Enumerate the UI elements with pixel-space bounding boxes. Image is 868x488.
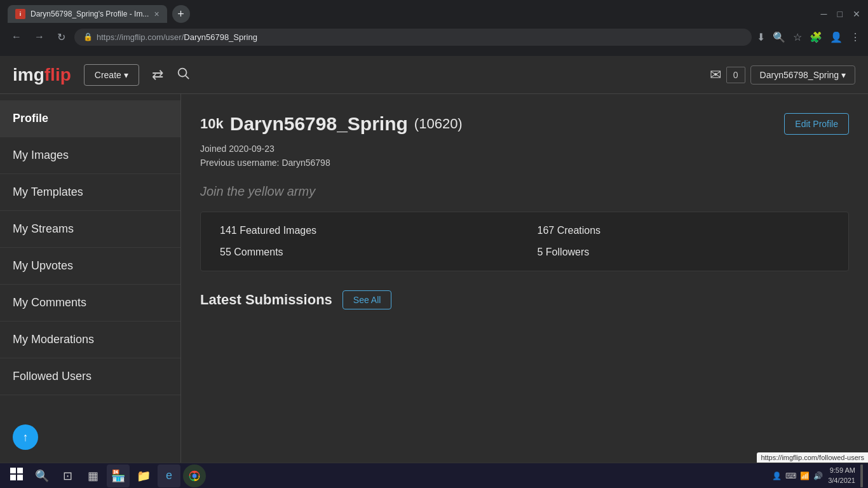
taskbar-icons: 🔍 ⊡ ▦ 🏪 📁 e [31, 464, 206, 487]
taskbar-clock: 9:59 AM 3/4/2021 [828, 466, 855, 485]
header-right: ✉ 0 Daryn56798_Spring ▾ [710, 65, 855, 85]
taskbar-network-icon[interactable]: 📶 [800, 471, 810, 480]
app-header: imgflip Create ▾ ⇄ ✉ 0 Daryn56798_Spring… [0, 56, 868, 94]
tab-close-btn[interactable]: × [154, 9, 159, 19]
profile-header: 10k Daryn56798_Spring (10620) Joined 202… [200, 113, 849, 172]
sidebar-item-my-upvotes[interactable]: My Upvotes [0, 248, 180, 285]
star-icon[interactable]: ☆ [793, 31, 802, 43]
taskbar-keyboard-icon[interactable]: ⌨ [785, 471, 796, 480]
url-prefix: https://imgflip.com/user/ [97, 32, 184, 42]
svg-rect-3 [17, 468, 23, 473]
shuffle-button[interactable]: ⇄ [152, 67, 163, 83]
taskbar-volume-icon[interactable]: 🔊 [813, 471, 823, 480]
back-button[interactable]: ← [8, 29, 25, 45]
tab-title: Daryn56798_Spring's Profile - Im... [31, 10, 149, 18]
taskbar-task-view-icon[interactable]: ⊡ [56, 464, 79, 487]
address-bar: ← → ↻ 🔒 https://imgflip.com/user/Daryn56… [0, 23, 868, 51]
sidebar-item-my-templates[interactable]: My Templates [0, 174, 180, 211]
extensions-icon[interactable]: 🧩 [810, 31, 822, 43]
taskbar-people-icon[interactable]: 👤 [772, 471, 782, 480]
window-controls: ─ □ ✕ [821, 9, 860, 19]
account-icon[interactable]: 👤 [830, 31, 843, 43]
profile-title: 10k Daryn56798_Spring (10620) [200, 113, 463, 135]
profile-bio: Join the yellow army [200, 184, 849, 199]
sidebar-item-followed-users[interactable]: Followed Users [0, 358, 180, 395]
svg-line-1 [186, 76, 189, 79]
taskbar-search-icon[interactable]: 🔍 [31, 464, 53, 487]
taskbar-right: 👤 ⌨ 📶 🔊 9:59 AM 3/4/2021 [772, 464, 863, 487]
close-button[interactable]: ✕ [853, 9, 860, 19]
taskbar-folder-icon[interactable]: 📁 [132, 464, 155, 487]
latest-submissions-title: Latest Submissions [200, 292, 332, 308]
url-bar[interactable]: 🔒 https://imgflip.com/user/Daryn56798_Sp… [74, 29, 752, 46]
url-path: Daryn56798_Spring [184, 32, 257, 42]
download-icon[interactable]: ⬇ [757, 31, 765, 43]
taskbar: 🔍 ⊡ ▦ 🏪 📁 e 👤 ⌨ 📶 🔊 9:59 AM 3/4/2021 [0, 463, 868, 488]
main-layout: Profile My Images My Templates My Stream… [0, 94, 868, 488]
notification-badge[interactable]: 0 [726, 67, 745, 83]
profile-score: (10620) [414, 116, 463, 132]
mail-icon[interactable]: ✉ [710, 67, 721, 83]
taskbar-widgets-icon[interactable]: ▦ [81, 464, 104, 487]
menu-icon[interactable]: ⋮ [850, 31, 860, 43]
profile-title-area: 10k Daryn56798_Spring (10620) Joined 202… [200, 113, 463, 172]
stat-creations: 167 Creations [538, 225, 830, 236]
logo: imgflip [13, 65, 71, 85]
zoom-icon[interactable]: 🔍 [773, 31, 785, 43]
sidebar-item-my-moderations[interactable]: My Moderations [0, 322, 180, 358]
taskbar-sys-icons: 👤 ⌨ 📶 🔊 [772, 471, 823, 480]
taskbar-store-icon[interactable]: 🏪 [107, 464, 130, 487]
svg-point-6 [193, 473, 197, 478]
taskbar-time-value: 9:59 AM [828, 466, 855, 475]
latest-submissions-header: Latest Submissions See All [200, 290, 849, 309]
logo-flip: flip [44, 65, 71, 85]
user-menu-button[interactable]: Daryn56798_Spring ▾ [750, 65, 855, 85]
profile-username: Daryn56798_Spring [230, 113, 408, 135]
minimize-button[interactable]: ─ [821, 9, 827, 19]
edit-profile-button[interactable]: Edit Profile [784, 113, 849, 135]
svg-rect-5 [17, 475, 23, 480]
svg-point-0 [178, 69, 186, 77]
status-bar: https://imgflip.com/followed-users [757, 452, 868, 463]
url-text: https://imgflip.com/user/Daryn56798_Spri… [97, 32, 257, 42]
taskbar-edge-icon[interactable]: e [158, 464, 180, 487]
forward-button[interactable]: → [31, 29, 48, 45]
browser-chrome: i Daryn56798_Spring's Profile - Im... × … [0, 0, 868, 56]
scroll-to-top-button[interactable]: ↑ [13, 424, 38, 450]
stats-box: 141 Featured Images 167 Creations 55 Com… [200, 212, 849, 271]
profile-rank: 10k [200, 116, 224, 132]
content-area: 10k Daryn56798_Spring (10620) Joined 202… [181, 94, 868, 488]
profile-previous-username: Previous username: Daryn56798 [200, 158, 463, 168]
sidebar-item-my-images[interactable]: My Images [0, 137, 180, 174]
start-button[interactable] [5, 465, 28, 486]
tab-favicon: i [15, 9, 25, 19]
new-tab-button[interactable]: + [172, 5, 190, 23]
stat-followers: 5 Followers [538, 247, 830, 258]
title-bar: i Daryn56798_Spring's Profile - Im... × … [0, 0, 868, 23]
taskbar-show-desktop[interactable] [860, 464, 863, 487]
sidebar-item-profile[interactable]: Profile [0, 100, 180, 137]
see-all-button[interactable]: See All [342, 290, 392, 309]
taskbar-date-value: 3/4/2021 [828, 476, 855, 485]
active-tab[interactable]: i Daryn56798_Spring's Profile - Im... × [8, 5, 167, 23]
maximize-button[interactable]: □ [837, 9, 843, 19]
sidebar-item-my-streams[interactable]: My Streams [0, 211, 180, 248]
stat-featured-images: 141 Featured Images [220, 225, 512, 236]
logo-img: img [13, 65, 44, 85]
svg-rect-2 [10, 468, 16, 473]
sidebar-item-my-comments[interactable]: My Comments [0, 285, 180, 322]
profile-joined: Joined 2020-09-23 [200, 144, 463, 154]
address-bar-icons: ⬇ 🔍 ☆ 🧩 👤 ⋮ [757, 31, 860, 43]
title-bar-left: i Daryn56798_Spring's Profile - Im... × … [8, 5, 190, 23]
svg-rect-4 [10, 475, 16, 480]
search-button[interactable] [176, 66, 190, 83]
taskbar-chrome-icon[interactable] [183, 464, 206, 487]
create-button[interactable]: Create ▾ [84, 64, 139, 86]
reload-button[interactable]: ↻ [53, 29, 69, 46]
stat-comments: 55 Comments [220, 247, 512, 258]
